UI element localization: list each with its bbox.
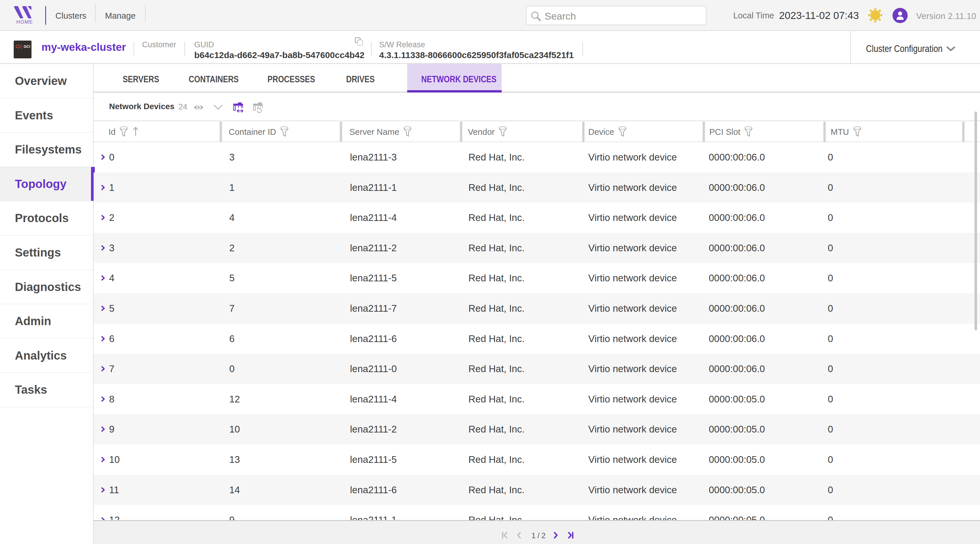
svg-text:OCI: OCI [24, 45, 30, 49]
